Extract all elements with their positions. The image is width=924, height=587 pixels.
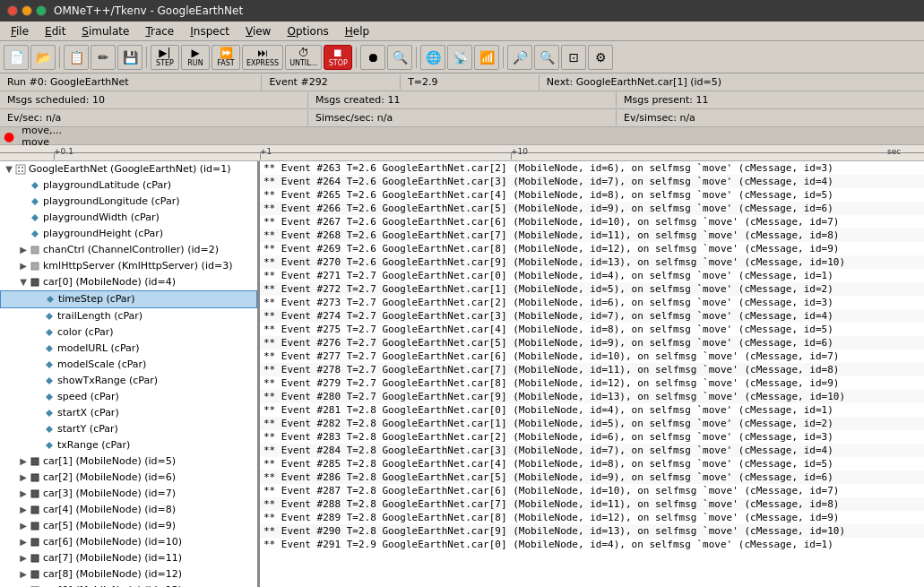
menu-simulate[interactable]: Simulate — [74, 23, 136, 39]
event-log[interactable]: ** Event #263 T=2.6 GoogleEarthNet.car[2… — [260, 161, 924, 587]
log-line-12: ** Event #275 T=2.7 GoogleEarthNet.car[4… — [260, 323, 924, 336]
tree-item-car0[interactable]: ▼car[0] (MobileNode) (id=4) — [0, 274, 257, 290]
menu-help[interactable]: Help — [338, 23, 376, 39]
tree-item-chanCtrl[interactable]: ▶chanCtrl (ChannelController) (id=2) — [0, 242, 257, 258]
menu-options[interactable]: Options — [280, 23, 335, 39]
copy-button[interactable]: 📋 — [64, 45, 89, 70]
stop-icon: ⏹ — [332, 47, 343, 59]
close-button[interactable] — [7, 5, 18, 16]
svg-marker-20 — [46, 426, 53, 433]
anim-labels: move,... move — [22, 125, 62, 148]
network2-button[interactable]: 📡 — [447, 45, 472, 70]
svg-marker-19 — [46, 410, 53, 417]
open-button[interactable]: 📂 — [30, 45, 56, 70]
tree-item-modelURL[interactable]: modelURL (cPar) — [0, 341, 257, 357]
tree-label-startX: startX (cPar) — [57, 406, 119, 420]
tree-item-modelScale[interactable]: modelScale (cPar) — [0, 357, 257, 373]
menu-inspect[interactable]: Inspect — [183, 23, 237, 39]
tree-expander-car5[interactable]: ▶ — [18, 519, 29, 533]
tree-item-showTxRange[interactable]: showTxRange (cPar) — [0, 373, 257, 389]
tree-item-kmlHttp[interactable]: ▶kmlHttpServer (KmlHttpServer) (id=3) — [0, 258, 257, 274]
network1-button[interactable]: 🌐 — [420, 45, 445, 70]
log-line-0: ** Event #263 T=2.6 GoogleEarthNet.car[2… — [260, 161, 924, 175]
log-line-9: ** Event #272 T=2.7 GoogleEarthNet.car[1… — [260, 282, 924, 296]
until-button[interactable]: ⏱ UNTIL... — [285, 45, 322, 70]
tree-label-car1: car[1] (MobileNode) (id=5) — [43, 454, 176, 469]
svg-marker-5 — [31, 182, 39, 189]
tree-expander-car1[interactable]: ▶ — [18, 454, 29, 469]
fast-button[interactable]: ⏩ FAST — [212, 45, 240, 70]
network3-button[interactable]: 📶 — [474, 45, 499, 70]
fit-button[interactable]: ⊡ — [561, 45, 586, 70]
tick-10: +10 — [511, 147, 528, 156]
tree-item-playLat[interactable]: playgroundLatitude (cPar) — [0, 177, 257, 194]
until-label: UNTIL... — [289, 59, 317, 67]
tree-item-car2[interactable]: ▶car[2] (MobileNode) (id=6) — [0, 470, 257, 486]
tree-item-playH[interactable]: playgroundHeight (cPar) — [0, 226, 257, 242]
anim-label-1: move,... — [22, 125, 62, 136]
tree-expander-root[interactable]: ▼ — [4, 162, 14, 177]
tree-icon-chanCtrl — [29, 244, 41, 256]
new-button[interactable]: 📄 — [4, 45, 29, 70]
maximize-button[interactable] — [36, 5, 47, 16]
tree-item-timeStep[interactable]: timeStep (cPar) — [0, 290, 257, 308]
stop-button[interactable]: ⏹ STOP — [324, 45, 352, 70]
minimize-button[interactable] — [22, 5, 32, 16]
tree-label-txRange: txRange (cPar) — [57, 438, 130, 453]
log-line-28: ** Event #291 T=2.9 GoogleEarthNet.car[0… — [260, 538, 924, 551]
svg-marker-18 — [46, 393, 53, 401]
tree-item-car9[interactable]: ▶car[9] (MobileNode) (id=13) — [0, 583, 257, 587]
find-button[interactable]: 🔍 — [387, 45, 412, 70]
tree-expander-car3[interactable]: ▶ — [18, 487, 29, 501]
tree-item-speed[interactable]: speed (cPar) — [0, 389, 257, 405]
step-button[interactable]: ▶| STEP — [151, 45, 179, 70]
zoom-out-button[interactable]: 🔍 — [534, 45, 559, 70]
tick-mark-1 — [260, 152, 261, 160]
tree-item-txRange[interactable]: txRange (cPar) — [0, 437, 257, 453]
svg-rect-11 — [31, 279, 39, 286]
tree-expander-car9[interactable]: ▶ — [18, 583, 29, 587]
tree-item-car5[interactable]: ▶car[5] (MobileNode) (id=9) — [0, 518, 257, 534]
tree-expander-car2[interactable]: ▶ — [18, 470, 29, 485]
tree-expander-car8[interactable]: ▶ — [18, 567, 29, 582]
window-controls — [7, 5, 47, 16]
run-button[interactable]: ▶ RUN — [181, 45, 210, 70]
tree-item-playW[interactable]: playgroundWidth (cPar) — [0, 210, 257, 226]
menu-file[interactable]: File — [4, 23, 36, 39]
menu-trace[interactable]: Trace — [138, 23, 181, 39]
tree-expander-car7[interactable]: ▶ — [18, 551, 29, 565]
tree-item-startY[interactable]: startY (cPar) — [0, 421, 257, 437]
tree-item-car7[interactable]: ▶car[7] (MobileNode) (id=11) — [0, 550, 257, 566]
save-button[interactable]: 💾 — [117, 45, 142, 70]
tree-item-car1[interactable]: ▶car[1] (MobileNode) (id=5) — [0, 453, 257, 470]
highlight-button[interactable]: ✏️ — [91, 45, 116, 70]
tree-label-root: GoogleEarthNet (GoogleEarthNet) (id=1) — [29, 162, 231, 177]
log-line-22: ** Event #285 T=2.8 GoogleEarthNet.car[4… — [260, 457, 924, 470]
options-button[interactable]: ⚙ — [588, 45, 613, 70]
tree-expander-car0[interactable]: ▼ — [18, 275, 29, 289]
tree-item-playLon[interactable]: playgroundLongitude (cPar) — [0, 194, 257, 210]
menu-view[interactable]: View — [238, 23, 278, 39]
tree-item-root[interactable]: ▼GoogleEarthNet (GoogleEarthNet) (id=1) — [0, 161, 257, 177]
tree-item-color[interactable]: color (cPar) — [0, 324, 257, 341]
log-line-24: ** Event #287 T=2.8 GoogleEarthNet.car[6… — [260, 484, 924, 497]
tree-item-car4[interactable]: ▶car[4] (MobileNode) (id=8) — [0, 502, 257, 518]
menu-edit[interactable]: Edit — [38, 23, 73, 39]
rec-button[interactable]: ⏺ — [360, 45, 385, 70]
tree-item-trailLength[interactable]: trailLength (cPar) — [0, 308, 257, 324]
tree-expander-chanCtrl[interactable]: ▶ — [18, 243, 29, 257]
next-info: Next: GoogleEarthNet.car[1] (id=5) — [540, 74, 924, 90]
tree-label-showTxRange: showTxRange (cPar) — [57, 374, 158, 388]
tree-expander-car4[interactable]: ▶ — [18, 503, 29, 517]
tree-item-startX[interactable]: startX (cPar) — [0, 405, 257, 421]
zoom-in-button[interactable]: 🔎 — [507, 45, 532, 70]
tree-expander-car6[interactable]: ▶ — [18, 535, 29, 549]
object-tree[interactable]: ▼GoogleEarthNet (GoogleEarthNet) (id=1)p… — [0, 161, 260, 587]
tree-item-car3[interactable]: ▶car[3] (MobileNode) (id=7) — [0, 486, 257, 502]
express-button[interactable]: ⏭ EXPRESS — [242, 45, 283, 70]
tree-item-car6[interactable]: ▶car[6] (MobileNode) (id=10) — [0, 534, 257, 550]
window-title: OMNeT++/Tkenv - GoogleEarthNet — [54, 4, 243, 17]
tree-expander-kmlHttp[interactable]: ▶ — [18, 259, 29, 273]
tree-item-car8[interactable]: ▶car[8] (MobileNode) (id=12) — [0, 566, 257, 583]
main-content: ▼GoogleEarthNet (GoogleEarthNet) (id=1)p… — [0, 161, 924, 587]
